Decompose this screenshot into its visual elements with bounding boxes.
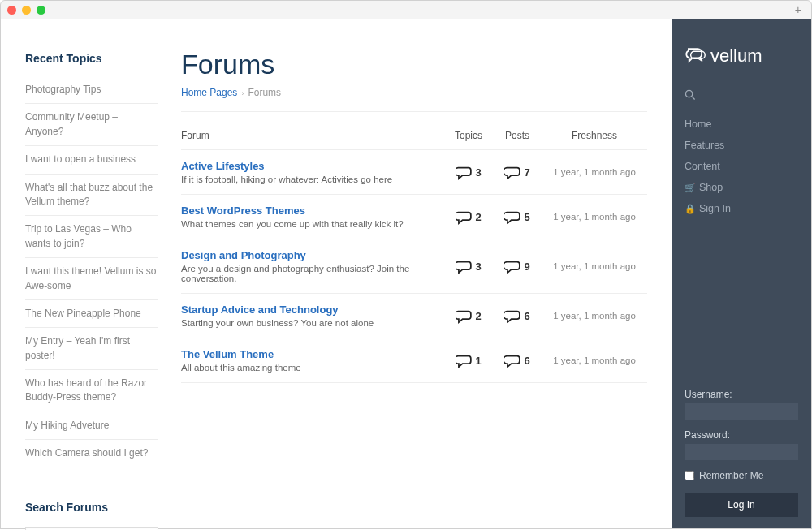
minimize-window-button[interactable] <box>22 6 31 15</box>
cart-icon: 🛒 <box>685 183 694 193</box>
remember-checkbox[interactable] <box>685 471 694 480</box>
forum-row: Startup Advice and TechnologyStarting yo… <box>181 294 647 338</box>
posts-count: 6 <box>493 309 542 322</box>
lock-icon: 🔒 <box>685 204 694 214</box>
forum-description: All about this amazing theme <box>181 363 444 373</box>
forum-name-link[interactable]: Active Lifestyles <box>181 160 444 172</box>
nav-item[interactable]: Content <box>685 156 798 177</box>
forum-row: Best WordPress ThemesWhat themes can you… <box>181 195 647 239</box>
svg-point-0 <box>685 90 692 97</box>
breadcrumb: Home Pages›Forums <box>181 87 647 112</box>
nav-item[interactable]: 🔒Sign In <box>685 198 798 219</box>
nav-item[interactable]: Home <box>685 114 798 135</box>
speech-icon <box>504 166 520 179</box>
recent-topic-item[interactable]: Trip to Las Vegas – Who wants to join? <box>25 216 158 258</box>
posts-count: 6 <box>493 354 542 367</box>
new-tab-button[interactable]: + <box>792 3 805 16</box>
username-input[interactable] <box>685 403 798 420</box>
speech-icon <box>456 260 472 273</box>
topics-count: 2 <box>444 309 493 322</box>
recent-topic-item[interactable]: My Entry – Yeah I'm first poster! <box>25 328 158 370</box>
nav-list: HomeFeaturesContent🛒Shop🔒Sign In <box>685 114 798 219</box>
breadcrumb-home[interactable]: Home Pages <box>181 87 237 98</box>
freshness-text: 1 year, 1 month ago <box>542 212 647 222</box>
recent-topic-item[interactable]: The New Pineapple Phone <box>25 300 158 328</box>
speech-icon <box>456 309 472 322</box>
topics-count: 2 <box>444 210 493 223</box>
password-label: Password: <box>685 429 798 441</box>
password-input[interactable] <box>685 444 798 460</box>
forum-name-link[interactable]: Design and Photography <box>181 249 444 261</box>
speech-icon <box>456 210 472 223</box>
nav-item[interactable]: 🛒Shop <box>685 177 798 198</box>
speech-bubbles-icon <box>685 47 706 65</box>
col-header-freshness: Freshness <box>542 130 647 141</box>
page-title: Forums <box>181 49 647 80</box>
freshness-text: 1 year, 1 month ago <box>542 167 647 177</box>
freshness-text: 1 year, 1 month ago <box>542 355 647 365</box>
right-panel: vellum HomeFeaturesContent🛒Shop🔒Sign In … <box>672 19 811 528</box>
login-form: Username: Password: Remember Me Log In <box>685 389 798 517</box>
forum-description: Are you a design and photography enthusi… <box>181 264 444 283</box>
col-header-forum: Forum <box>181 130 444 141</box>
topics-count: 3 <box>444 260 493 273</box>
forum-description: If it is football, hiking or whatever: A… <box>181 175 444 184</box>
speech-icon <box>504 260 520 273</box>
col-header-topics: Topics <box>444 130 493 141</box>
speech-icon <box>504 354 520 367</box>
forum-name-link[interactable]: Startup Advice and Technology <box>181 304 444 316</box>
speech-icon <box>456 354 472 367</box>
username-label: Username: <box>685 389 798 400</box>
svg-line-1 <box>692 97 695 100</box>
table-header: Forum Topics Posts Freshness <box>181 130 647 150</box>
recent-topics-list: Photography TipsCommunity Meetup – Anyon… <box>25 76 158 468</box>
col-header-posts: Posts <box>493 130 542 141</box>
forum-name-link[interactable]: The Vellum Theme <box>181 348 444 360</box>
recent-topic-item[interactable]: My Hiking Adveture <box>25 412 158 440</box>
close-window-button[interactable] <box>7 6 16 15</box>
recent-topic-item[interactable]: Photography Tips <box>25 76 158 104</box>
forum-row: Active LifestylesIf it is football, hiki… <box>181 150 647 195</box>
posts-count: 9 <box>493 260 542 273</box>
posts-count: 7 <box>493 166 542 179</box>
speech-icon <box>504 309 520 322</box>
recent-topic-item[interactable]: Community Meetup – Anyone? <box>25 104 158 146</box>
nav-item[interactable]: Features <box>685 135 798 156</box>
freshness-text: 1 year, 1 month ago <box>542 311 647 321</box>
brand[interactable]: vellum <box>685 45 798 67</box>
window-titlebar: + <box>0 0 812 19</box>
recent-topic-item[interactable]: I want this theme! Vellum is so Awe-some <box>25 258 158 300</box>
forum-name-link[interactable]: Best WordPress Themes <box>181 205 444 217</box>
speech-icon <box>456 166 472 179</box>
speech-icon <box>504 210 520 223</box>
freshness-text: 1 year, 1 month ago <box>542 261 647 271</box>
login-button[interactable]: Log In <box>685 493 798 517</box>
remember-label: Remember Me <box>699 470 763 481</box>
forum-description: What themes can you come up with that re… <box>181 219 444 229</box>
topics-count: 1 <box>444 354 493 367</box>
posts-count: 5 <box>493 210 542 223</box>
forum-row: Design and PhotographyAre you a design a… <box>181 239 647 294</box>
brand-name: vellum <box>710 45 762 67</box>
recent-topic-item[interactable]: I want to open a business <box>25 146 158 174</box>
recent-topics-heading: Recent Topics <box>25 52 158 65</box>
topics-count: 3 <box>444 166 493 179</box>
nav-search-icon[interactable] <box>685 89 798 104</box>
maximize-window-button[interactable] <box>37 6 45 15</box>
forum-description: Starting your own business? You are not … <box>181 318 444 328</box>
recent-topic-item[interactable]: Who has heard of the Razor Buddy-Press t… <box>25 370 158 412</box>
recent-topic-item[interactable]: What's all that buzz about the Vellum th… <box>25 175 158 217</box>
recent-topic-item[interactable]: Which Camera should I get? <box>25 440 158 468</box>
breadcrumb-current: Forums <box>248 87 281 98</box>
search-forums-heading: Search Forums <box>25 501 158 514</box>
left-sidebar: Recent Topics Photography TipsCommunity … <box>1 19 158 528</box>
search-input[interactable] <box>25 527 158 530</box>
main-content: Forums Home Pages›Forums Forum Topics Po… <box>158 19 672 528</box>
forum-row: The Vellum ThemeAll about this amazing t… <box>181 338 647 383</box>
